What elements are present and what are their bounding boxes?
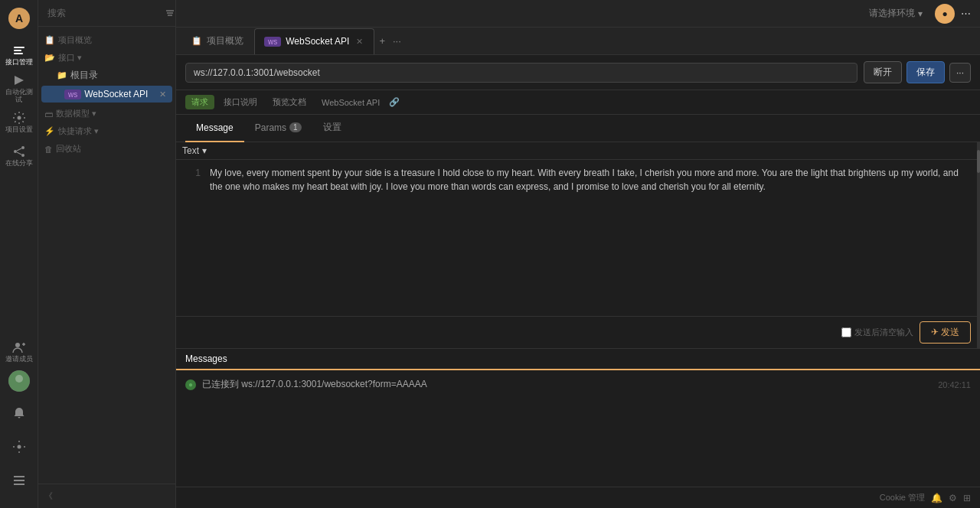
svg-rect-4: [14, 53, 23, 54]
tab-add-button[interactable]: +: [376, 32, 388, 50]
text-type-selector[interactable]: Text ▾: [182, 145, 207, 156]
message-row: ● 已连接到 ws://127.0.0.1:3001/websocket?for…: [185, 375, 971, 394]
footer-icon-1[interactable]: 🔔: [931, 493, 942, 503]
nav-icon-test[interactable]: 自动化测试: [4, 73, 34, 104]
nav-label-share: 在线分享: [5, 160, 33, 168]
message-time: 20:42:11: [938, 380, 971, 389]
text-type-label: Text: [182, 145, 199, 156]
clear-after-send-label[interactable]: 发送后清空输入: [841, 327, 913, 338]
api-tab-message[interactable]: Message: [185, 115, 244, 142]
svg-rect-20: [14, 484, 24, 485]
sidebar-section-trash[interactable]: 🗑 回收站: [38, 138, 175, 156]
sidebar-item-websocket-api[interactable]: ws WebSocket API ✕: [41, 86, 172, 103]
connected-dot: ●: [188, 380, 193, 389]
trash-icon: 🗑: [44, 145, 53, 154]
messages-section: Messages ● 已连接到 ws://127.0.0.1:3001/webs…: [176, 349, 980, 487]
nav-icon-share[interactable]: 在线分享: [4, 141, 34, 171]
nav-icon-settings[interactable]: 项目设置: [4, 107, 34, 138]
quick-icon: ⚡: [44, 126, 55, 136]
menu-icon[interactable]: [4, 465, 34, 496]
svg-point-8: [14, 150, 17, 153]
env-selector-label: 请选择环境: [869, 7, 915, 20]
sidebar-section-quick[interactable]: ⚡ 快捷请求 ▾: [38, 121, 175, 138]
tab-add-icon: +: [379, 35, 385, 47]
sidebar-section-models[interactable]: 🗃 数据模型 ▾: [38, 103, 175, 121]
svg-point-9: [21, 154, 24, 157]
sidebar-item-ws-label: WebSocket API: [84, 89, 156, 99]
sidebar-item-ws-close[interactable]: ✕: [159, 90, 166, 99]
sidebar-section-api[interactable]: 📂 接口 ▾: [38, 47, 175, 65]
clear-label-text: 发送后清空输入: [854, 327, 913, 338]
dot-icon: ●: [942, 8, 947, 19]
editor-actions: 发送后清空输入 ✈ 发送: [176, 316, 980, 348]
gear-icon[interactable]: [4, 431, 34, 462]
topbar-more-button[interactable]: ⋯: [961, 8, 971, 19]
line-number-1: 1: [185, 166, 201, 194]
nav-label-test: 自动化测试: [4, 89, 34, 104]
collapse-icon: 《: [44, 490, 53, 502]
env-selector[interactable]: 请选择环境 ▾: [863, 5, 929, 22]
disconnect-button[interactable]: 断开: [864, 61, 902, 83]
message-status-icon: ●: [185, 379, 196, 390]
user-avatar[interactable]: [8, 370, 30, 392]
footer-icon-2[interactable]: ⚙: [949, 493, 957, 503]
url-input[interactable]: [185, 63, 858, 83]
tab-overview[interactable]: 📋 项目概览: [182, 28, 253, 54]
svg-marker-5: [15, 76, 24, 85]
tab-websocket-api[interactable]: ws WebSocket API ✕: [254, 28, 374, 54]
save-button[interactable]: 保存: [906, 61, 945, 83]
nav-label-api: 接口管理: [5, 59, 33, 67]
topbar-dots-icon: ⋯: [961, 8, 971, 19]
editor-line-1: 1 My love, every moment spent by your si…: [185, 166, 971, 194]
url-actions: 断开 保存 ···: [864, 61, 971, 83]
notification-icon[interactable]: [4, 398, 34, 428]
nav-icon-invite[interactable]: 邀请成员: [4, 337, 34, 367]
nav-icon-api[interactable]: 接口管理: [4, 40, 34, 70]
svg-rect-2: [14, 47, 24, 48]
model-icon: 🗃: [44, 109, 53, 119]
subnav-api-tag[interactable]: WebSocket API: [315, 96, 386, 109]
tab-ws-label: WebSocket API: [286, 36, 349, 47]
document-icon: 📋: [44, 35, 55, 45]
sidebar-search-bar: +: [38, 0, 175, 27]
clear-after-send-checkbox[interactable]: [841, 327, 851, 337]
ws-tag: ws: [64, 90, 81, 99]
tab-ws-close[interactable]: ✕: [354, 36, 364, 47]
folder-root-icon: 📁: [57, 70, 67, 80]
folder-icon: 📂: [44, 53, 55, 63]
text-type-chevron: ▾: [202, 145, 207, 156]
send-button[interactable]: ✈ 发送: [920, 321, 971, 344]
notification-dot: ●: [935, 4, 955, 24]
sidebar-item-root-label: 根目录: [70, 69, 166, 82]
svg-text:A: A: [15, 12, 22, 24]
sidebar-collapse-button[interactable]: 《: [38, 484, 175, 508]
url-more-button[interactable]: ···: [949, 63, 971, 83]
sidebar-content: 📋 项目概览 📂 接口 ▾ 📁 根目录 ws WebSocket API ✕ 🗃…: [38, 27, 175, 484]
tab-more-icon: ···: [393, 35, 401, 47]
nav-label-invite: 邀请成员: [5, 356, 33, 363]
footer-icon-3[interactable]: ⊞: [963, 493, 971, 503]
sidebar-item-root[interactable]: 📁 根目录: [41, 66, 172, 85]
api-tab-params[interactable]: Params 1: [244, 115, 312, 142]
footer: Cookie 管理 🔔 ⚙ ⊞: [176, 487, 980, 508]
subnav-link-icon[interactable]: 🔗: [389, 97, 400, 107]
tab-more-button[interactable]: ···: [390, 32, 404, 50]
subnav-preview-tag[interactable]: 预览文档: [266, 95, 312, 109]
section-api-label: 接口 ▾: [58, 52, 82, 64]
url-bar: 断开 保存 ···: [176, 55, 980, 90]
api-tab-settings[interactable]: 设置: [312, 115, 352, 142]
editor-scrollbar-thumb: [977, 150, 980, 173]
subnav-description-tag[interactable]: 接口说明: [217, 95, 263, 109]
subnav-request-tag[interactable]: 请求: [185, 95, 214, 109]
editor-scrollbar: [977, 142, 980, 348]
message-editor: Text ▾ 1 My love, every moment spent by …: [176, 142, 980, 349]
cookie-management-label[interactable]: Cookie 管理: [880, 492, 925, 503]
api-tab-settings-label: 设置: [323, 121, 341, 134]
sidebar-filter-button[interactable]: [165, 5, 175, 21]
sidebar-section-overview[interactable]: 📋 项目概览: [38, 30, 175, 47]
messages-header[interactable]: Messages: [176, 349, 980, 370]
search-input[interactable]: [47, 8, 162, 18]
sidebar: + 📋 项目概览 📂 接口 ▾ 📁 根目录 ws WebSocket API ✕…: [38, 0, 176, 508]
editor-content[interactable]: 1 My love, every moment spent by your si…: [176, 160, 980, 316]
section-trash-label: 回收站: [56, 143, 81, 155]
